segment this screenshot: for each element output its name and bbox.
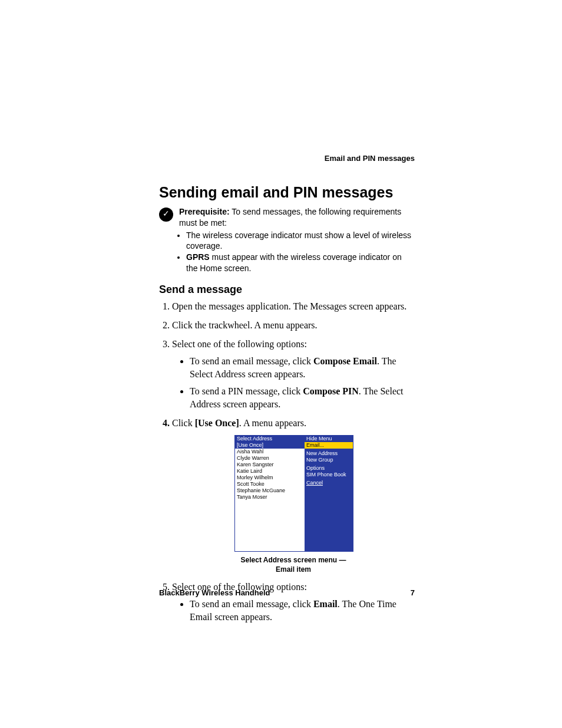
device-contact: Karen Sangster	[235, 462, 305, 468]
device-contact: Morley Wilhelm	[235, 475, 305, 481]
device-menu-item: Options	[305, 465, 353, 472]
step-3: Select one of the following options: To …	[172, 338, 415, 411]
prerequisite-block: ✓ Prerequisite: To send messages, the fo…	[159, 206, 415, 274]
step-1: Open the messages application. The Messa…	[172, 300, 415, 313]
device-selected-item: [Use Once]	[235, 442, 305, 449]
prerequisite-bullet: GPRS must appear with the wireless cover…	[186, 252, 415, 274]
page-title: Sending email and PIN messages	[159, 183, 415, 203]
footer-product: BlackBerry Wireless Handheld	[159, 588, 270, 598]
check-icon: ✓	[159, 207, 173, 222]
running-header: Email and PIN messages	[325, 153, 415, 164]
prerequisite-bullet: The wireless coverage indicator must sho…	[186, 230, 415, 252]
device-figure: Select Address [Use Once] Aisha Wahl Cly…	[234, 435, 352, 574]
device-left-panel: Select Address [Use Once] Aisha Wahl Cly…	[235, 436, 305, 551]
document-page: Email and PIN messages Sending email and…	[0, 0, 562, 728]
device-left-header: Select Address	[235, 436, 305, 442]
device-contact: Katie Laird	[235, 468, 305, 475]
step-2: Click the trackwheel. A menu appears.	[172, 319, 415, 332]
page-footer: BlackBerry Wireless Handheld 7	[159, 588, 415, 598]
device-contact: Stephanie McGuane	[235, 487, 305, 494]
step-3b: To send a PIN message, click Compose PIN…	[190, 385, 415, 410]
device-screenshot: Select Address [Use Once] Aisha Wahl Cly…	[234, 435, 353, 552]
device-menu-header: Hide Menu	[305, 436, 353, 442]
device-menu-item: New Address	[305, 450, 353, 457]
device-right-menu: Hide Menu Email... New Address New Group…	[305, 436, 353, 551]
device-contact: Scott Tooke	[235, 481, 305, 487]
device-menu-cancel: Cancel	[305, 480, 353, 486]
device-contact: Tanya Moser	[235, 494, 305, 500]
device-menu-item: SIM Phone Book	[305, 472, 353, 478]
section-subtitle: Send a message	[159, 282, 415, 297]
page-number: 7	[411, 588, 415, 598]
device-contact: Aisha Wahl	[235, 449, 305, 455]
device-contact: Clyde Warren	[235, 455, 305, 462]
prerequisite-label: Prerequisite:	[179, 207, 230, 216]
device-menu-email: Email...	[305, 442, 353, 449]
steps-list: Open the messages application. The Messa…	[159, 300, 415, 623]
device-menu-item: New Group	[305, 457, 353, 463]
step-5a: To send an email message, click Email. T…	[190, 598, 415, 623]
step-4: Click [Use Once]. A menu appears. Select…	[172, 417, 415, 575]
prerequisite-text: Prerequisite: To send messages, the foll…	[179, 206, 415, 274]
step-3a: To send an email message, click Compose …	[190, 355, 415, 380]
step-5: Select one of the following options: To …	[172, 581, 415, 624]
figure-caption: Select Address screen menu — Email item	[234, 555, 352, 574]
